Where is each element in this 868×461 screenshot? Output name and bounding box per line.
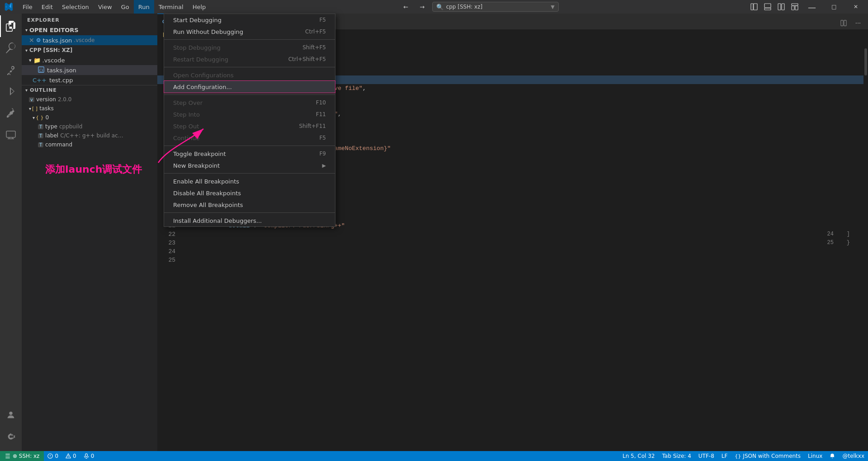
outline-label: OUTLINE (30, 87, 57, 93)
continue-label: Continue (173, 135, 319, 141)
activity-explorer[interactable] (0, 15, 22, 37)
title-center: ← → 🔍 cpp [SSH: xz] ▼ (210, 0, 748, 13)
window-close-button[interactable]: ✕ (845, 0, 866, 14)
run-without-debugging-shortcut: Ctrl+F5 (305, 28, 326, 35)
toggle-breakpoint-label: Toggle Breakpoint (173, 151, 319, 157)
vscode-folder-name: .vscode (42, 57, 65, 64)
toggle-breakpoint-shortcut: F9 (319, 151, 326, 157)
search-bar[interactable]: 🔍 cpp [SSH: xz] ▼ (432, 2, 559, 12)
vertical-scrollbar[interactable] (863, 39, 868, 451)
menu-file[interactable]: File (18, 0, 37, 14)
project-header[interactable]: ▾ CPP [SSH: XZ] (22, 45, 157, 55)
status-errors[interactable]: 0 (44, 451, 62, 461)
test-cpp-file[interactable]: C++ test.cpp (22, 75, 157, 85)
line-num-24: 24 (157, 247, 175, 256)
step-over-shortcut: F10 (316, 99, 326, 106)
customize-layout-icon[interactable] (788, 0, 801, 13)
menu-new-breakpoint[interactable]: New Breakpoint ▶ (164, 160, 335, 171)
menu-run[interactable]: Run (134, 0, 154, 14)
line-ending-label: LF (722, 453, 728, 459)
menu-enable-all-breakpoints[interactable]: Enable All Breakpoints (164, 175, 335, 187)
outline-command[interactable]: T command (22, 140, 157, 149)
sidebar-toggle-icon[interactable] (748, 0, 760, 13)
svg-point-18 (50, 457, 51, 457)
menu-help[interactable]: Help (188, 0, 211, 14)
outline-type[interactable]: T type cppbuild (22, 122, 157, 131)
more-actions-icon[interactable]: ··· (852, 17, 864, 29)
outline-header[interactable]: ▾ OUTLINE (22, 85, 157, 95)
language-label: JSON with Comments (743, 453, 801, 459)
activity-search[interactable] (0, 37, 22, 59)
open-editors-header[interactable]: ▾ OPEN EDITORS (22, 25, 157, 35)
menu-install-additional-debuggers[interactable]: Install Additional Debuggers... (164, 215, 335, 226)
window-maximize-button[interactable]: □ (824, 0, 844, 14)
svg-rect-6 (792, 4, 798, 5)
activity-settings[interactable] (0, 426, 22, 447)
status-warnings[interactable]: 0 (62, 451, 80, 461)
status-encoding[interactable]: UTF-8 (695, 451, 718, 461)
activity-accounts[interactable] (0, 404, 22, 426)
svg-text:{}: {} (39, 68, 43, 72)
outline-tasks[interactable]: ▾ [ ] tasks (22, 104, 157, 113)
outline-version-label: version (36, 96, 56, 103)
warning-icon (66, 453, 71, 459)
outline-tasks-0[interactable]: ▾ { } 0 (22, 113, 157, 122)
activity-remote-explorer[interactable] (0, 124, 22, 146)
warning-count: 0 (73, 453, 76, 459)
menu-go[interactable]: Go (117, 0, 134, 14)
activity-source-control[interactable] (0, 59, 22, 80)
menu-start-debugging[interactable]: Start Debugging F5 (164, 14, 335, 26)
status-tab-size[interactable]: Tab Size: 4 (659, 451, 695, 461)
status-os[interactable]: Linux (804, 451, 826, 461)
menu-add-configuration[interactable]: Add Configuration... (164, 81, 335, 93)
open-file-name: tasks.json (43, 37, 72, 44)
menu-divider-2 (164, 67, 335, 67)
status-notification[interactable] (826, 451, 839, 461)
project-label: CPP [SSH: XZ] (29, 47, 72, 53)
install-debuggers-label: Install Additional Debuggers... (173, 217, 326, 224)
outline-label-value: C/C++: g++ build active file (60, 132, 123, 139)
menu-edit[interactable]: Edit (37, 0, 57, 14)
outline-version-value: 2.0.0 (58, 96, 72, 103)
menu-step-over: Step Over F10 (164, 97, 335, 108)
nav-back[interactable]: ← (400, 0, 412, 13)
status-language[interactable]: {} JSON with Comments (731, 451, 804, 461)
status-account[interactable]: @telkxx (839, 451, 868, 461)
search-dropdown[interactable]: ▼ (551, 4, 554, 10)
window-minimize-button[interactable]: — (802, 0, 823, 14)
vscode-folder[interactable]: ▾ 📁 .vscode (22, 55, 157, 65)
nav-forward[interactable]: → (416, 0, 429, 13)
activity-extensions[interactable] (0, 102, 22, 124)
outline-tasks-label: tasks (39, 105, 54, 112)
menu-toggle-breakpoint[interactable]: Toggle Breakpoint F9 (164, 148, 335, 160)
svg-rect-1 (754, 4, 757, 10)
outline-label[interactable]: T label C/C++: g++ build active file (22, 131, 157, 140)
editor-actions: ··· (837, 17, 868, 29)
outline-command-badge: T (38, 142, 43, 147)
panel-toggle-icon[interactable] (761, 0, 774, 13)
status-bar: ⊗ SSH: xz 0 0 0 Ln 5, Col 32 Tab Size: 4… (0, 451, 868, 461)
split-editor-icon[interactable] (775, 0, 788, 13)
activity-run-debug[interactable] (0, 80, 22, 102)
tasks-json-file[interactable]: {} tasks.json (22, 65, 157, 75)
svg-rect-2 (764, 4, 771, 8)
svg-rect-5 (782, 4, 784, 10)
status-microphone[interactable]: 0 (80, 451, 98, 461)
menu-disable-all-breakpoints[interactable]: Disable All Breakpoints (164, 187, 335, 199)
menu-remove-all-breakpoints[interactable]: Remove All Breakpoints (164, 199, 335, 211)
split-editor-right-icon[interactable] (837, 17, 850, 29)
step-into-shortcut: F11 (316, 111, 326, 118)
status-line-ending[interactable]: LF (718, 451, 731, 461)
outline-type-value: cppbuild (59, 123, 82, 130)
remote-icon (5, 453, 11, 459)
outline-version[interactable]: v version 2.0.0 (22, 95, 157, 104)
menu-selection[interactable]: Selection (57, 0, 94, 14)
menu-run-without-debugging[interactable]: Run Without Debugging Ctrl+F5 (164, 26, 335, 38)
svg-point-20 (68, 457, 68, 457)
status-cursor[interactable]: Ln 5, Col 32 (619, 451, 659, 461)
status-remote[interactable]: ⊗ SSH: xz (0, 451, 44, 461)
menu-view[interactable]: View (94, 0, 117, 14)
menu-terminal[interactable]: Terminal (154, 0, 188, 14)
open-editor-tasks-json[interactable]: ✕ ⚙ tasks.json .vscode (22, 35, 157, 45)
close-file-icon[interactable]: ✕ (29, 37, 34, 44)
